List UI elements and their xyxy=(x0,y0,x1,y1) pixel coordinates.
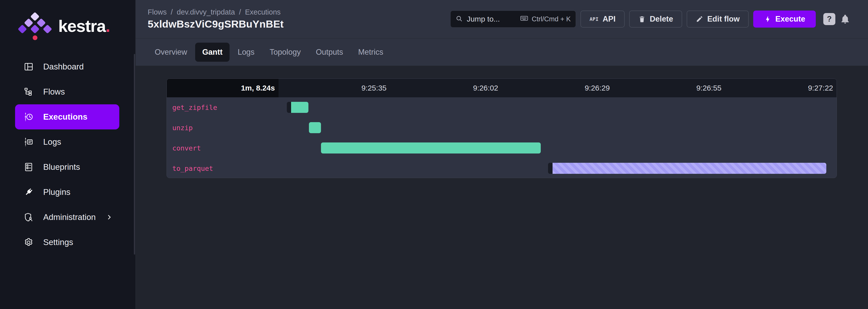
tab-topology[interactable]: Topology xyxy=(262,43,308,62)
sidebar-item-dashboard[interactable]: Dashboard xyxy=(15,54,119,79)
pencil-icon xyxy=(696,15,703,23)
content-area: 1m, 8.24s 9:25:35 9:26:02 9:26:29 9:26:5… xyxy=(135,66,868,309)
sidebar-item-plugins[interactable]: Plugins xyxy=(15,180,119,205)
gantt-tick: 9:25:35 xyxy=(279,79,390,97)
breadcrumb-separator: / xyxy=(171,8,173,16)
help-button[interactable]: ? xyxy=(823,13,835,25)
task-label[interactable]: get_zipfile xyxy=(172,104,217,111)
gantt-bar[interactable] xyxy=(287,102,308,113)
header-actions: Jump to... Ctrl/Cmd + K API API xyxy=(450,10,850,28)
api-icon: API xyxy=(589,16,598,22)
logs-timeline-icon xyxy=(24,137,34,147)
sidebar-nav: Dashboard Flows Executions Logs xyxy=(0,54,135,255)
lightning-icon xyxy=(764,15,771,23)
chevron-right-icon xyxy=(105,213,113,221)
trash-icon xyxy=(638,15,646,23)
search-icon xyxy=(455,14,463,24)
kestra-logo[interactable]: kestra. xyxy=(0,0,135,40)
execution-tabs: Overview Gantt Logs Topology Outputs Met… xyxy=(135,38,868,66)
sidebar-item-settings[interactable]: Settings xyxy=(15,230,119,255)
gear-icon xyxy=(24,237,34,247)
brand-wordmark: kestra. xyxy=(58,16,110,36)
search-shortcut: Ctrl/Cmd + K xyxy=(520,14,570,25)
task-label[interactable]: to_parquet xyxy=(172,164,213,172)
bell-icon xyxy=(840,14,850,24)
gantt-tick: 9:26:29 xyxy=(502,79,614,97)
execute-button[interactable]: Execute xyxy=(753,10,816,28)
sidebar: kestra. Dashboard Flows Executions xyxy=(0,0,135,309)
keyboard-icon xyxy=(520,14,529,25)
sidebar-item-label: Plugins xyxy=(43,187,70,197)
page-header: Flows / dev.divvy_tripdata / Executions … xyxy=(135,0,868,38)
gantt-panel: 1m, 8.24s 9:25:35 9:26:02 9:26:29 9:26:5… xyxy=(166,78,837,178)
gantt-tick: 9:27:22 xyxy=(725,79,837,97)
api-button[interactable]: API API xyxy=(581,10,625,28)
gantt-row-unzip: unzip xyxy=(167,117,837,138)
kestra-logo-icon xyxy=(19,13,51,38)
sidebar-item-label: Settings xyxy=(43,238,73,247)
task-label[interactable]: unzip xyxy=(172,124,193,132)
gantt-header: 1m, 8.24s 9:25:35 9:26:02 9:26:29 9:26:5… xyxy=(167,79,837,97)
kestra-app: kestra. Dashboard Flows Executions xyxy=(0,0,868,309)
search-placeholder: Jump to... xyxy=(467,15,500,23)
main-area: Flows / dev.divvy_tripdata / Executions … xyxy=(135,0,868,309)
sidebar-item-label: Logs xyxy=(43,137,61,147)
sidebar-item-label: Flows xyxy=(43,87,65,97)
gantt-bar[interactable] xyxy=(309,122,321,133)
sidebar-scrollbar[interactable] xyxy=(134,54,135,254)
plug-icon xyxy=(24,187,34,197)
question-mark-icon: ? xyxy=(827,14,832,24)
gantt-bar[interactable] xyxy=(548,163,826,174)
shield-account-icon xyxy=(24,212,34,222)
sidebar-item-label: Executions xyxy=(43,112,87,122)
jump-to-search[interactable]: Jump to... Ctrl/Cmd + K xyxy=(450,10,576,28)
gantt-bar[interactable] xyxy=(321,142,540,153)
gantt-body: get_zipfile unzip convert to_parquet xyxy=(167,97,837,178)
tab-logs[interactable]: Logs xyxy=(230,43,261,62)
sidebar-item-executions[interactable]: Executions xyxy=(15,104,119,129)
gantt-tick: 9:26:02 xyxy=(390,79,502,97)
dashboard-grid-icon xyxy=(24,62,34,72)
execution-id-title: 5xldwBszViC9gSRBuYnBEt xyxy=(148,18,284,30)
gantt-row-get-zipfile: get_zipfile xyxy=(167,97,837,117)
flows-tree-icon xyxy=(24,87,34,97)
sidebar-item-label: Dashboard xyxy=(43,62,84,71)
gantt-total-duration: 1m, 8.24s xyxy=(167,79,279,97)
executions-clock-icon xyxy=(24,112,34,122)
delete-button[interactable]: Delete xyxy=(629,10,682,28)
breadcrumb-separator: / xyxy=(239,8,241,16)
sidebar-item-label: Administration xyxy=(43,212,96,222)
tab-outputs[interactable]: Outputs xyxy=(309,43,350,62)
tab-overview[interactable]: Overview xyxy=(148,43,194,62)
sidebar-item-flows[interactable]: Flows xyxy=(15,79,119,104)
tab-metrics[interactable]: Metrics xyxy=(351,43,390,62)
breadcrumb-item-flows[interactable]: Flows xyxy=(148,8,167,16)
blueprints-card-icon xyxy=(24,162,34,172)
edit-flow-button[interactable]: Edit flow xyxy=(687,10,749,28)
breadcrumb-item-executions[interactable]: Executions xyxy=(245,8,281,16)
breadcrumb: Flows / dev.divvy_tripdata / Executions xyxy=(148,8,284,16)
notifications-button[interactable] xyxy=(840,14,850,24)
breadcrumb-item-namespace[interactable]: dev.divvy_tripdata xyxy=(177,8,235,16)
task-label[interactable]: convert xyxy=(172,144,201,152)
gantt-row-to-parquet: to_parquet xyxy=(167,158,837,178)
sidebar-item-logs[interactable]: Logs xyxy=(15,129,119,154)
sidebar-item-label: Blueprints xyxy=(43,162,80,172)
sidebar-item-administration[interactable]: Administration xyxy=(15,205,119,230)
sidebar-item-blueprints[interactable]: Blueprints xyxy=(15,154,119,180)
gantt-row-convert: convert xyxy=(167,138,837,158)
gantt-tick: 9:26:55 xyxy=(613,79,725,97)
tab-gantt[interactable]: Gantt xyxy=(195,43,229,62)
